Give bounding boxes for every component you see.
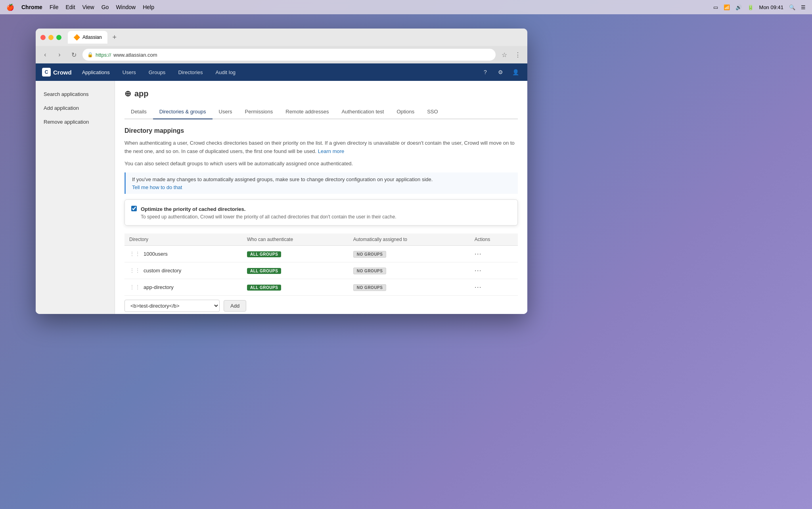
crowd-logo-icon: C — [42, 68, 51, 77]
go-menu[interactable]: Go — [102, 4, 109, 10]
forward-button[interactable]: › — [54, 49, 65, 60]
who-can-badge-2[interactable]: ALL GROUPS — [247, 268, 281, 274]
tab-favicon: 🔶 — [73, 34, 80, 40]
tab-permissions[interactable]: Permissions — [238, 105, 279, 119]
file-menu[interactable]: File — [50, 4, 59, 10]
actions-1: ··· — [470, 245, 518, 262]
add-directory-button[interactable]: Add — [224, 300, 246, 312]
tab-details[interactable]: Details — [124, 105, 153, 119]
dir-name-cell: ⋮⋮ 1000users — [124, 245, 242, 262]
directory-select[interactable]: <b>test-directory</b> — [124, 300, 220, 312]
maximize-button[interactable] — [56, 35, 61, 40]
browser-titlebar: 🔶 Atlassian + — [36, 29, 527, 46]
table-row: ⋮⋮ custom directory ALL GROUPS NO GROUPS… — [124, 262, 518, 279]
apple-menu[interactable]: 🍎 — [6, 4, 14, 11]
crowd-nav: C Crowd Applications Users Groups Direct… — [36, 63, 527, 81]
table-row: ⋮⋮ app-directory ALL GROUPS NO GROUPS ··… — [124, 279, 518, 295]
minimize-button[interactable] — [48, 35, 54, 40]
col-actions: Actions — [470, 233, 518, 246]
drag-handle-icon[interactable]: ⋮⋮ — [129, 284, 140, 290]
control-center-icon[interactable]: ☰ — [801, 4, 806, 10]
assigned-badge-1[interactable]: NO GROUPS — [353, 251, 387, 258]
url-bar[interactable]: 🔒 https:// www.atlassian.com — [82, 49, 496, 61]
battery-icon: 🔋 — [747, 4, 754, 10]
sidebar-item-add-application[interactable]: Add application — [36, 101, 115, 115]
optimize-box: Optimize the priority of cached director… — [124, 199, 518, 226]
app-name[interactable]: Chrome — [21, 4, 42, 10]
page-content: Search applications Add application Remo… — [36, 81, 527, 314]
clock: Mon 09:41 — [759, 4, 783, 10]
view-menu[interactable]: View — [82, 4, 94, 10]
crowd-logo-text: Crowd — [53, 69, 72, 76]
tab-remote-addresses[interactable]: Remote addresses — [279, 105, 335, 119]
more-button[interactable]: ⋮ — [512, 49, 523, 60]
dir-name-cell: ⋮⋮ custom directory — [124, 262, 242, 279]
tab-users[interactable]: Users — [213, 105, 239, 119]
window-menu[interactable]: Window — [116, 4, 136, 10]
help-menu[interactable]: Help — [143, 4, 154, 10]
who-can-badge-1[interactable]: ALL GROUPS — [247, 251, 281, 257]
edit-menu[interactable]: Edit — [65, 4, 75, 10]
volume-icon: 🔊 — [735, 4, 742, 10]
learn-more-link-1[interactable]: Learn more — [318, 148, 344, 154]
lock-icon: 🔒 — [87, 52, 93, 57]
user-icon-button[interactable]: 👤 — [510, 67, 521, 78]
info-link[interactable]: Tell me how to do that — [132, 184, 182, 190]
tab-options[interactable]: Options — [390, 105, 421, 119]
table-row: ⋮⋮ 1000users ALL GROUPS NO GROUPS ··· — [124, 245, 518, 262]
nav-right: ? ⚙ 👤 — [480, 67, 521, 78]
browser-window: 🔶 Atlassian + ‹ › ↻ 🔒 https:// www.atlas… — [36, 29, 527, 314]
who-can-2: ALL GROUPS — [242, 262, 349, 279]
col-who-can-authenticate: Who can authenticate — [242, 233, 349, 246]
browser-toolbar: ‹ › ↻ 🔒 https:// www.atlassian.com ☆ ⋮ — [36, 46, 527, 63]
back-button[interactable]: ‹ — [40, 49, 51, 60]
actions-2: ··· — [470, 262, 518, 279]
search-icon[interactable]: 🔍 — [789, 4, 795, 10]
nav-users[interactable]: Users — [120, 68, 138, 77]
tab-sso[interactable]: SSO — [421, 105, 444, 119]
active-tab[interactable]: 🔶 Atlassian — [68, 31, 107, 44]
refresh-button[interactable]: ↻ — [68, 49, 79, 60]
menubar-left: 🍎 Chrome File Edit View Go Window Help — [6, 4, 154, 11]
new-tab-button[interactable]: + — [109, 32, 120, 43]
drag-handle-icon[interactable]: ⋮⋮ — [129, 267, 140, 274]
actions-3: ··· — [470, 279, 518, 295]
info-text: If you've made any changes to automatica… — [132, 176, 511, 184]
bookmark-button[interactable]: ☆ — [499, 49, 510, 60]
menubar: 🍎 Chrome File Edit View Go Window Help ▭… — [0, 0, 812, 14]
tab-directories-groups[interactable]: Directories & groups — [153, 105, 213, 119]
assigned-2: NO GROUPS — [349, 262, 470, 279]
directory-table: Directory Who can authenticate Automatic… — [124, 233, 518, 296]
page-title-icon: ⊕ — [124, 89, 131, 98]
actions-menu-3[interactable]: ··· — [475, 283, 482, 291]
assigned-3: NO GROUPS — [349, 279, 470, 295]
actions-menu-2[interactable]: ··· — [475, 266, 482, 274]
optimize-label: Optimize the priority of cached director… — [141, 206, 245, 212]
tab-title: Atlassian — [82, 34, 102, 40]
sidebar-item-search-applications[interactable]: Search applications — [36, 87, 115, 101]
dir-name-2: custom directory — [144, 268, 181, 274]
assigned-badge-3[interactable]: NO GROUPS — [353, 284, 387, 291]
screen-icon: ▭ — [713, 4, 718, 10]
nav-directories[interactable]: Directories — [176, 68, 205, 77]
nav-applications[interactable]: Applications — [80, 68, 112, 77]
assigned-badge-2[interactable]: NO GROUPS — [353, 268, 387, 274]
info-block: If you've made any changes to automatica… — [124, 172, 518, 194]
optimize-checkbox[interactable] — [131, 206, 137, 211]
settings-icon-button[interactable]: ⚙ — [495, 67, 506, 78]
who-can-1: ALL GROUPS — [242, 245, 349, 262]
dir-name-cell: ⋮⋮ app-directory — [124, 279, 242, 295]
crowd-logo[interactable]: C Crowd — [42, 68, 72, 77]
close-button[interactable] — [40, 35, 46, 40]
add-directory-row: <b>test-directory</b> Add — [124, 300, 518, 312]
page-title: ⊕ app — [124, 89, 518, 98]
actions-menu-1[interactable]: ··· — [475, 250, 482, 258]
who-can-badge-3[interactable]: ALL GROUPS — [247, 285, 281, 291]
tab-bar: 🔶 Atlassian + — [68, 31, 523, 44]
help-icon-button[interactable]: ? — [480, 67, 491, 78]
nav-audit-log[interactable]: Audit log — [213, 68, 238, 77]
sidebar-item-remove-application[interactable]: Remove application — [36, 115, 115, 129]
tab-authentication-test[interactable]: Authentication test — [335, 105, 390, 119]
drag-handle-icon[interactable]: ⋮⋮ — [129, 251, 140, 257]
nav-groups[interactable]: Groups — [146, 68, 168, 77]
